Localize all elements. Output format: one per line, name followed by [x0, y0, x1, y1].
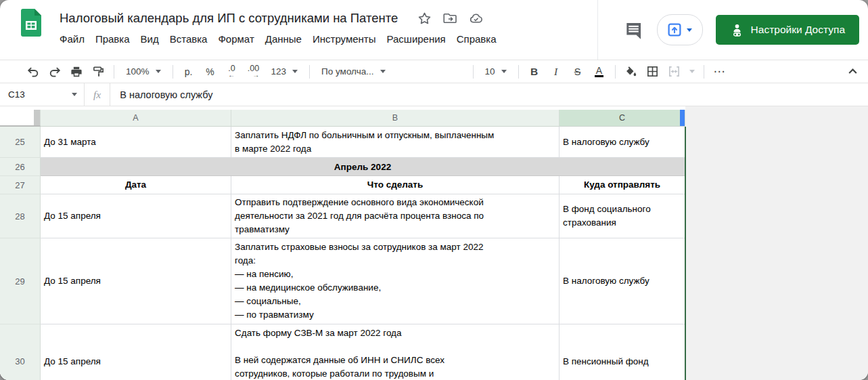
cell-a30[interactable]: До 15 апреля [41, 324, 231, 380]
font-size-select[interactable]: 10 [481, 66, 511, 77]
cell-c25[interactable]: В налоговую службу [559, 127, 685, 158]
paint-format-icon [92, 65, 105, 78]
right-arrow-icon: → [252, 72, 259, 79]
italic-button[interactable]: I [548, 63, 564, 81]
currency-format-button[interactable]: р. [181, 63, 197, 81]
merge-cells-button [666, 63, 683, 81]
redo-icon [48, 65, 62, 79]
top-bar-actions: Настройки Доступа [597, 0, 868, 60]
menu-data[interactable]: Данные [260, 31, 307, 47]
name-box-caret-icon [72, 93, 77, 96]
table-row: 30 До 15 апреля Сдать форму СЗВ-М за мар… [0, 324, 685, 380]
upload-icon [667, 22, 682, 37]
row-header-27[interactable]: 27 [0, 176, 41, 194]
cell-a29[interactable]: До 15 апреля [41, 238, 231, 324]
row-header-25[interactable]: 25 [0, 127, 41, 158]
cell-a26-merged-month-band[interactable]: Апрель 2022 [41, 158, 685, 176]
font-select[interactable]: По умолча... [317, 66, 389, 77]
cell-b30[interactable]: Сдать форму СЗВ-М за март 2022 года В не… [231, 324, 559, 380]
table-row: 27 Дата Что сделать Куда отправлять [0, 176, 685, 194]
menu-view[interactable]: Вид [135, 31, 164, 47]
left-arrow-icon: ← [228, 72, 235, 79]
increase-decimal-button[interactable]: .00→ [246, 63, 262, 81]
zoom-caret-icon [156, 70, 161, 73]
cell-c27[interactable]: Куда отправлять [559, 176, 685, 194]
font-size-caret-icon [501, 70, 507, 73]
hide-menus-button[interactable] [846, 65, 859, 78]
bold-button[interactable]: B [526, 63, 543, 81]
comment-icon [624, 20, 643, 40]
cell-b27[interactable]: Что сделать [231, 176, 559, 194]
sheet-boundary-line [685, 127, 686, 380]
menu-extensions[interactable]: Расширения [382, 31, 451, 47]
comments-button[interactable] [624, 20, 644, 40]
formula-input[interactable]: В налоговую службу [110, 83, 212, 106]
cell-a25[interactable]: До 31 марта [41, 127, 231, 158]
fill-color-icon [624, 65, 637, 78]
collapse-chevron-icon [846, 65, 859, 78]
column-header-b[interactable]: B [231, 110, 559, 127]
column-header-a[interactable]: A [41, 110, 231, 127]
title-area: Налоговый календарь для ИП с сотрудникам… [60, 0, 597, 60]
upload-caret-icon [687, 28, 692, 32]
menu-help[interactable]: Справка [451, 31, 502, 47]
cell-b25[interactable]: Заплатить НДФЛ по больничным и отпускным… [231, 127, 559, 158]
sheets-logo-icon[interactable] [0, 0, 41, 60]
print-button[interactable] [68, 63, 85, 81]
row-header-30[interactable]: 30 [0, 324, 41, 380]
number-format-caret-icon [292, 70, 298, 73]
cell-c29[interactable]: В налоговую службу [559, 238, 685, 324]
font-caret-icon [380, 70, 386, 73]
redo-button[interactable] [47, 63, 63, 81]
merge-cells-caret-icon [689, 70, 695, 73]
menu-file[interactable]: Файл [60, 31, 90, 47]
row-header-28[interactable]: 28 [0, 194, 41, 238]
upload-button[interactable] [657, 14, 703, 45]
share-settings-label: Настройки Доступа [751, 24, 845, 36]
column-header-c[interactable]: C [559, 110, 685, 127]
cell-b29[interactable]: Заплатить страховые взносы за сотруднико… [231, 238, 559, 324]
paint-format-button[interactable] [90, 63, 106, 81]
spreadsheet-grid: A B C 25 До 31 марта Заплатить НДФЛ по б… [0, 106, 868, 380]
cloud-saved-icon[interactable] [469, 12, 483, 26]
print-icon [70, 65, 83, 79]
document-title[interactable]: Налоговый календарь для ИП с сотрудникам… [60, 11, 398, 26]
number-format-button[interactable]: 123 [267, 66, 302, 77]
table-row: 29 До 15 апреля Заплатить страховые взно… [0, 238, 685, 324]
percent-format-button[interactable]: % [202, 63, 219, 81]
table-row: 28 До 15 апреля Отправить подтверждение … [0, 194, 685, 238]
menu-tools[interactable]: Инструменты [307, 31, 382, 47]
borders-button[interactable] [645, 63, 661, 81]
decrease-decimal-button[interactable]: .0← [224, 63, 240, 81]
borders-icon [646, 65, 659, 78]
undo-button[interactable] [25, 63, 41, 81]
strikethrough-button[interactable]: S [570, 63, 586, 81]
cell-a28[interactable]: До 15 апреля [41, 194, 231, 238]
cell-c30[interactable]: В пенсионный фонд [559, 324, 685, 380]
row-header-26[interactable]: 26 [0, 158, 41, 176]
app-window: Налоговый календарь для ИП с сотрудникам… [0, 0, 868, 380]
undo-icon [26, 65, 40, 79]
select-all-corner[interactable] [0, 110, 41, 127]
cell-b28[interactable]: Отправить подтверждение основного вида э… [231, 194, 559, 238]
name-box[interactable]: C13 [0, 83, 84, 106]
menu-edit[interactable]: Правка [90, 31, 135, 47]
menu-format[interactable]: Формат [212, 31, 259, 47]
menu-insert[interactable]: Вставка [164, 31, 213, 47]
text-color-button[interactable]: A [591, 63, 608, 81]
zoom-select[interactable]: 100% [122, 66, 165, 77]
cell-a27[interactable]: Дата [41, 176, 231, 194]
row-header-29[interactable]: 29 [0, 238, 41, 324]
cell-c28[interactable]: В фонд социального страхования [559, 194, 685, 238]
merge-cells-icon [668, 65, 681, 78]
more-toolbar-button[interactable]: ⋯ [712, 63, 728, 81]
fill-color-button[interactable] [623, 63, 639, 81]
star-icon[interactable] [417, 12, 432, 26]
menu-bar: Файл Правка Вид Вставка Формат Данные Ин… [60, 31, 597, 47]
column-header-row: A B C [0, 110, 685, 127]
formula-bar: C13 fx В налоговую службу [0, 83, 868, 106]
move-folder-icon[interactable] [443, 12, 457, 26]
share-settings-button[interactable]: Настройки Доступа [716, 15, 859, 45]
table-row: 26 Апрель 2022 [0, 158, 685, 176]
table-row: 25 До 31 марта Заплатить НДФЛ по больнич… [0, 127, 685, 158]
